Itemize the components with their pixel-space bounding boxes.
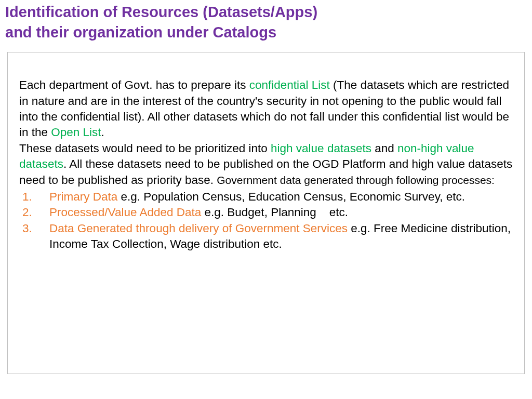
list-item-label: Primary Data xyxy=(49,190,117,203)
p1-text-end: . xyxy=(101,126,104,139)
title-line-2: and their organization under Catalogs xyxy=(5,24,276,41)
title-line-1: Identification of Resources (Datasets/Ap… xyxy=(5,4,317,20)
list-item: Primary Data e.g. Population Census, Edu… xyxy=(19,189,513,205)
list-item-rest: e.g. Population Census, Education Census… xyxy=(117,190,465,203)
highlight-confidential-list: confidential List xyxy=(249,78,330,91)
list-item-rest: e.g. Budget, Planning etc. xyxy=(201,206,348,219)
list-item-label: Data Generated through delivery of Gover… xyxy=(49,222,348,235)
paragraph-2: These datasets would need to be prioriti… xyxy=(19,141,513,188)
highlight-open-list: Open List xyxy=(51,126,101,139)
list-item: Processed/Value Added Data e.g. Budget, … xyxy=(19,205,513,220)
p2-text-pre: These datasets would need to be prioriti… xyxy=(19,142,271,155)
paragraph-1: Each department of Govt. has to prepare … xyxy=(19,77,513,141)
highlight-high-value: high value datasets xyxy=(271,142,371,155)
process-intro: Government data generated through follow… xyxy=(217,174,495,186)
process-list: Primary Data e.g. Population Census, Edu… xyxy=(19,189,513,252)
list-item: Data Generated through delivery of Gover… xyxy=(19,221,513,252)
list-item-label: Processed/Value Added Data xyxy=(49,206,201,219)
page-title: Identification of Resources (Datasets/Ap… xyxy=(0,0,532,43)
p2-text-mid1: and xyxy=(371,142,397,155)
p1-text-pre: Each department of Govt. has to prepare … xyxy=(19,78,249,91)
content-box: Each department of Govt. has to prepare … xyxy=(7,52,525,374)
